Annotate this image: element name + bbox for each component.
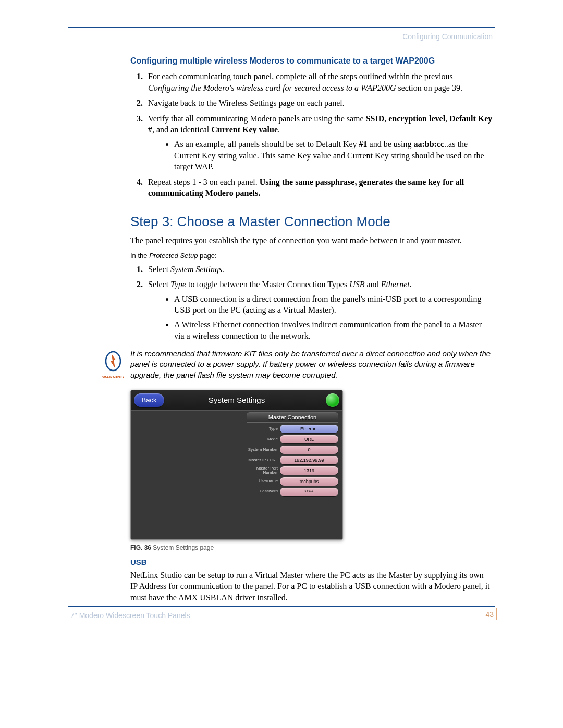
field-label: Mode — [247, 437, 280, 441]
text: , — [445, 114, 449, 123]
note-line: In the Protected Setup page: — [130, 252, 493, 260]
field-label: System Number — [247, 448, 280, 452]
text-italic: Ethernet — [381, 280, 410, 289]
sub-bullets: A USB connection is a direct connection … — [148, 293, 493, 341]
sub-bullets: As an example, all panels should be set … — [148, 139, 493, 172]
paragraph: NetLinx Studio can be setup to run a Vir… — [130, 570, 493, 603]
master-port-field[interactable]: 1319 — [280, 466, 338, 475]
list-item: Repeat steps 1 - 3 on each panel. Using … — [145, 177, 493, 199]
ordered-list-1: For each communicating touch panel, comp… — [130, 71, 493, 199]
footer-title: 7" Modero Widescreen Touch Panels — [70, 611, 190, 620]
table-row: Mode URL — [247, 435, 338, 443]
type-field[interactable]: Ethernet — [280, 425, 338, 433]
field-label: Master IP / URL — [247, 458, 280, 462]
system-number-field[interactable]: 0 — [280, 446, 338, 454]
mode-field[interactable]: URL — [280, 435, 338, 443]
table-row: Username techpubs — [247, 477, 338, 486]
list-item: As an example, all panels should be set … — [174, 139, 493, 172]
figure-caption-text: System Settings page — [151, 544, 214, 551]
subsection-heading: Configuring multiple wireless Moderos to… — [130, 56, 493, 66]
text: Select — [148, 265, 170, 274]
figure-number: FIG. 36 — [130, 544, 151, 551]
header-rule — [68, 27, 495, 28]
field-label: Type — [247, 427, 280, 431]
text-italic: Protected Setup — [149, 252, 198, 260]
warning-label: WARNING — [99, 375, 127, 379]
list-item: Select System Settings. — [145, 264, 493, 275]
text-italic: System Settings. — [170, 265, 224, 274]
list-item: For each communicating touch panel, comp… — [145, 71, 493, 93]
step-heading: Step 3: Choose a Master Connection Mode — [130, 214, 493, 230]
table-row: Master Port Number 1319 — [247, 466, 338, 475]
paragraph: The panel requires you establish the typ… — [130, 235, 493, 246]
warning-text: It is recommended that firmware KIT file… — [130, 349, 493, 380]
warning-block: WARNING It is recommended that firmware … — [99, 349, 493, 380]
system-settings-screenshot: Back System Settings Master Connection T… — [130, 390, 343, 540]
list-item: A Wireless Ethernet connection involves … — [174, 319, 493, 341]
text: to toggle between the Master Connection … — [186, 280, 349, 289]
text: As an example, all panels should be set … — [174, 140, 359, 149]
page-number-bar — [496, 608, 497, 620]
text: Repeat steps 1 - 3 on each panel. — [148, 178, 260, 187]
page-number: 43 — [485, 610, 494, 619]
text: A USB connection is a direct connection … — [174, 294, 481, 315]
text-bold: #1 — [359, 140, 368, 149]
text-italic: USB — [349, 280, 364, 289]
text-italic: Type — [170, 280, 186, 289]
ordered-list-2: Select System Settings. Select Type to t… — [130, 264, 493, 342]
password-field[interactable]: ***** — [280, 488, 338, 496]
text-bold: aa:bb:cc — [413, 140, 444, 149]
power-icon[interactable] — [326, 393, 339, 407]
text-bold: encryption level — [388, 114, 445, 123]
text: Navigate back to the Wireless Settings p… — [148, 98, 345, 107]
username-field[interactable]: techpubs — [280, 477, 338, 486]
document-page: Configuring Communication Configuring mu… — [0, 0, 563, 728]
text: and be using — [368, 140, 414, 149]
subheading-usb: USB — [130, 558, 493, 566]
text: section on page 39. — [396, 83, 462, 92]
list-item: Verify that all communicating Modero pan… — [145, 113, 493, 172]
text: A Wireless Ethernet connection involves … — [174, 320, 482, 340]
table-row: Type Ethernet — [247, 425, 338, 433]
text: and — [365, 280, 381, 289]
text-italic: Configuring the Modero's wireless card f… — [148, 83, 396, 92]
text: page: — [198, 252, 216, 260]
header-section-title: Configuring Communication — [402, 32, 493, 41]
field-label: Username — [247, 479, 280, 483]
table-row: Password ***** — [247, 488, 338, 496]
list-item: Select Type to toggle between the Master… — [145, 279, 493, 341]
master-ip-field[interactable]: 192.192.99.99 — [280, 456, 338, 464]
footer-rule — [68, 606, 495, 607]
text: For each communicating touch panel, comp… — [148, 72, 453, 81]
text-bold: SSID — [366, 114, 385, 123]
text: . — [410, 280, 412, 289]
text-bold: Current Key value — [211, 125, 278, 134]
master-connection-heading: Master Connection — [247, 412, 338, 423]
figure: Back System Settings Master Connection T… — [130, 390, 493, 551]
field-label: Master Port Number — [247, 466, 280, 475]
list-item: Navigate back to the Wireless Settings p… — [145, 97, 493, 109]
text: . — [278, 125, 280, 134]
table-row: Master IP / URL 192.192.99.99 — [247, 456, 338, 464]
figure-caption: FIG. 36 System Settings page — [130, 544, 493, 551]
text: Verify that all communicating Modero pan… — [148, 114, 366, 123]
master-connection-panel: Master Connection Type Ethernet Mode URL… — [247, 412, 338, 496]
main-content: Configuring multiple wireless Moderos to… — [130, 56, 493, 609]
text: In the — [130, 252, 149, 260]
text: , and an identical — [152, 125, 211, 134]
field-label: Password — [247, 489, 280, 493]
warning-icon — [103, 351, 124, 372]
panel-title: System Settings — [131, 396, 342, 404]
text: Select — [148, 280, 170, 289]
panel-header: Back System Settings — [131, 390, 342, 411]
list-item: A USB connection is a direct connection … — [174, 293, 493, 316]
table-row: System Number 0 — [247, 446, 338, 454]
warning-icon-wrap: WARNING — [99, 349, 127, 379]
